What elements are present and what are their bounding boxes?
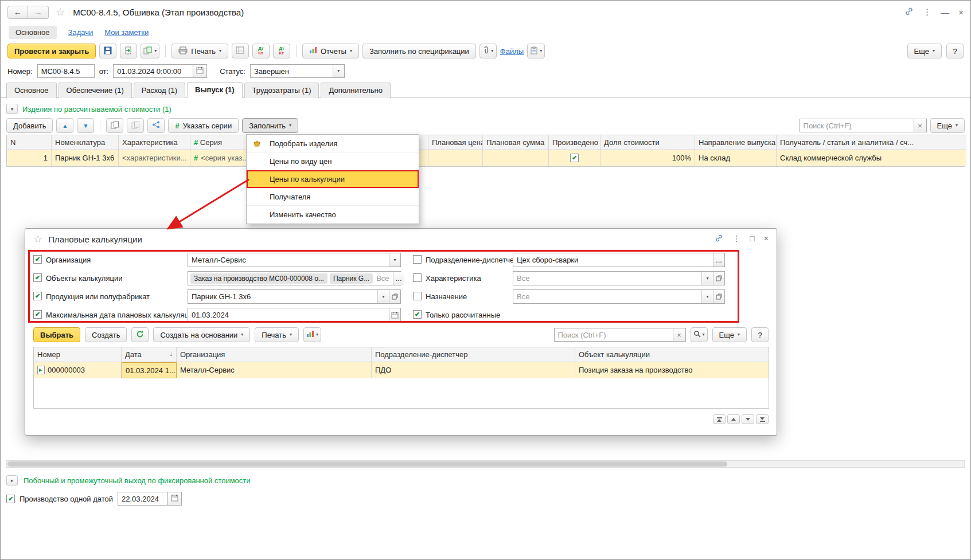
calc-objects-field[interactable]: Заказ на производство МС00-000008 о... П… [188, 271, 401, 285]
fill-by-spec-button[interactable]: Заполнить по спецификации [362, 44, 476, 58]
dispatcher-field[interactable]: Цех сборо-сварки ... [513, 253, 725, 267]
purpose-checkbox[interactable] [413, 292, 422, 300]
nav-tasks[interactable]: Задачи [68, 28, 93, 37]
get-link-icon[interactable] [715, 234, 723, 244]
menu-item-prices-by-calculation[interactable]: Цены по калькуляции [247, 170, 419, 188]
post-and-close-button[interactable]: Провести и закрыть [7, 44, 96, 58]
purpose-combo[interactable]: Все ▾ [513, 289, 725, 304]
go-first-button[interactable] [713, 414, 726, 424]
back-button[interactable]: ← [7, 6, 28, 19]
advanced-search-button[interactable]: ▾ [691, 327, 708, 342]
tab-consumption[interactable]: Расход (1) [134, 83, 185, 98]
col-cost-share[interactable]: Доля стоимости [600, 135, 695, 150]
menu-item-prices-by-type[interactable]: Цены по виду цен [247, 152, 419, 170]
col-organization[interactable]: Организация [177, 347, 372, 362]
calculations-table-row[interactable]: 000000003 01.03.2024 1... Металл-Сервис … [34, 362, 769, 378]
dialog-more-button[interactable]: Еще ▾ [712, 327, 747, 342]
dialog-clear-search-button[interactable]: × [673, 328, 686, 342]
number-field[interactable] [37, 64, 95, 78]
col-date[interactable]: Дата↓ [122, 347, 177, 362]
status-select[interactable]: Завершен ▾ [250, 64, 345, 78]
menu-item-receiver[interactable]: Получателя [247, 188, 419, 206]
minimize-icon[interactable]: — [941, 7, 949, 17]
accounting-register-button[interactable]: ДтКт [273, 44, 290, 58]
collapse-section-button[interactable]: ▾ [6, 104, 18, 114]
go-last-button[interactable] [756, 414, 769, 424]
create-copy-menu-button[interactable]: ▾ [141, 44, 159, 58]
expand-section-button[interactable]: ▸ [6, 475, 18, 485]
date-calendar-button[interactable] [193, 64, 207, 78]
organization-checkbox[interactable]: ✔ [33, 255, 42, 264]
characteristic-combo[interactable]: Все ▾ [513, 271, 725, 285]
products-section-title[interactable]: Изделия по рассчитываемой стоимости (1) [22, 105, 171, 113]
open-purpose-button[interactable] [713, 290, 724, 303]
menu-item-pick-products[interactable]: Подобрать изделия [247, 135, 419, 152]
tab-output[interactable]: Выпуск (1) [187, 82, 243, 98]
move-down-button[interactable]: ▼ [77, 118, 94, 133]
move-up-button[interactable]: ▲ [56, 118, 73, 133]
close-icon[interactable]: × [764, 234, 769, 244]
document-movements-button[interactable]: ДтКт [252, 44, 270, 58]
col-planned-price[interactable]: Плановая цена [428, 135, 483, 150]
products-table-row[interactable]: 1 Парник GH-1 3х6 <характеристики... #<с… [7, 150, 964, 166]
tab-provision[interactable]: Обеспечение (1) [59, 83, 132, 98]
max-date-checkbox[interactable]: ✔ [33, 310, 42, 319]
print-menu-button[interactable]: Печать ▾ [171, 44, 228, 58]
forward-button[interactable]: → [28, 6, 49, 19]
tab-main[interactable]: Основное [6, 83, 57, 98]
calc-object-chip[interactable]: Заказ на производство МС00-000008 о... [190, 273, 327, 284]
max-date-field[interactable]: 01.03.2024 [188, 308, 401, 322]
dialog-print-button[interactable]: Печать ▾ [255, 327, 299, 342]
calc-objects-checkbox[interactable]: ✔ [33, 273, 42, 282]
clear-search-button[interactable]: × [914, 119, 927, 132]
characteristic-checkbox[interactable] [413, 273, 422, 282]
product-combo[interactable]: Парник GH-1 3х6 ▾ [188, 289, 401, 304]
dialog-search-input[interactable] [554, 328, 673, 342]
product-checkbox[interactable]: ✔ [33, 292, 42, 300]
col-planned-sum[interactable]: Плановая сумма [483, 135, 549, 150]
dispatcher-ellipsis-button[interactable]: ... [713, 253, 724, 267]
single-date-field[interactable] [118, 492, 168, 506]
dispatcher-checkbox[interactable] [413, 255, 422, 264]
kebab-menu-icon[interactable]: ⋮ [923, 7, 931, 17]
add-row-button[interactable]: Добавить [6, 118, 53, 133]
organization-combo[interactable]: Металл-Сервис ▾ [188, 253, 401, 267]
go-next-button[interactable] [742, 414, 754, 424]
col-calc-object[interactable]: Объект калькуляции [575, 347, 769, 362]
open-product-button[interactable] [389, 290, 400, 303]
col-direction[interactable]: Направление выпуска [695, 135, 777, 150]
tasks-list-button[interactable] [232, 44, 249, 58]
col-n[interactable]: N [7, 135, 52, 150]
maximize-icon[interactable]: □ [750, 234, 754, 244]
go-previous-button[interactable] [727, 414, 740, 424]
nav-notes[interactable]: Мои заметки [104, 28, 149, 37]
specify-series-button[interactable]: # Указать серии [168, 118, 239, 133]
calc-object-chip[interactable]: Парник G... [330, 273, 373, 284]
more-menu-button[interactable]: Еще ▾ [907, 44, 942, 58]
menu-item-change-quality[interactable]: Изменить качество [247, 206, 419, 224]
products-more-button[interactable]: Еще ▾ [930, 118, 965, 133]
save-button[interactable] [99, 44, 116, 58]
calendar-button[interactable] [389, 308, 400, 322]
products-search-input[interactable] [800, 119, 914, 132]
share-button[interactable] [147, 118, 165, 133]
fill-menu-button[interactable]: Заполнить ▾ [242, 118, 298, 133]
tab-additional[interactable]: Дополнительно [321, 83, 391, 98]
col-number[interactable]: Номер [34, 347, 122, 362]
files-link[interactable]: Файлы [500, 47, 524, 56]
side-output-title[interactable]: Побочный и промежуточный выход по фиксир… [24, 476, 251, 485]
create-button[interactable]: Создать [85, 327, 127, 342]
produced-checkbox[interactable]: ✔ [570, 154, 579, 162]
copy-row-button[interactable] [106, 118, 123, 133]
date-field[interactable] [113, 64, 193, 78]
col-nomenclature[interactable]: Номенклатура [52, 135, 119, 150]
nav-main[interactable]: Основное [9, 26, 57, 39]
clipboard-menu-button[interactable]: ▾ [527, 44, 545, 58]
reports-menu-button[interactable]: Отчеты ▾ [302, 44, 359, 58]
paste-row-button[interactable] [127, 118, 144, 133]
get-link-icon[interactable] [904, 7, 914, 18]
attachments-menu-button[interactable]: ▾ [479, 44, 497, 58]
single-date-checkbox[interactable]: ✔ [6, 495, 15, 503]
refresh-button[interactable] [131, 327, 149, 342]
close-icon[interactable]: × [958, 7, 964, 17]
